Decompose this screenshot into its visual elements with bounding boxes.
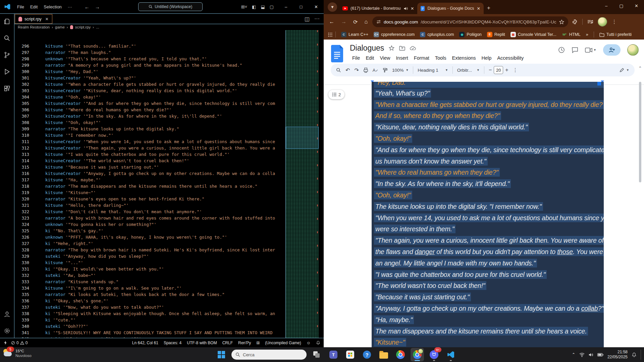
tray-expand-icon[interactable]: ⌃	[572, 352, 575, 357]
hide-menus-icon[interactable]: ⌃	[638, 66, 642, 71]
notification-center-icon[interactable]	[632, 352, 637, 357]
settings-gear-icon[interactable]	[3, 327, 11, 335]
minimap-scrollbar-thumb[interactable]	[286, 127, 319, 149]
start-button[interactable]	[215, 348, 228, 361]
chrome-button[interactable]	[394, 348, 407, 361]
code-line[interactable]: 323 narrator "A boy with brown hair and …	[14, 215, 285, 221]
code-line[interactable]: 324 unknown '"You gonna kiss her or some…	[14, 221, 285, 228]
close-button[interactable]: ✕	[629, 0, 644, 11]
move-folder-icon[interactable]	[399, 46, 405, 51]
code-line[interactable]: 320 narrator "Kitsune's eyes open to see…	[14, 196, 285, 202]
panel-left-icon[interactable]: ◧	[252, 4, 256, 9]
code-line[interactable]: 306 kitsune '"Where do real humans go wh…	[14, 107, 285, 113]
menu-item-edit[interactable]: Edit	[27, 4, 41, 9]
chrome-profile-button[interactable]	[411, 348, 424, 361]
back-icon[interactable]: ←	[329, 19, 334, 25]
eol-sequence[interactable]: CRLF	[222, 341, 233, 345]
breadcrumb-item[interactable]: Realm Restoration	[18, 25, 50, 29]
code-line[interactable]: 331 ki '"Okay. It would\'ve been better …	[14, 266, 285, 272]
close-button[interactable]: ✕	[309, 0, 324, 13]
search-menus-icon[interactable]	[336, 68, 341, 73]
menu-item-···[interactable]: ···	[65, 4, 75, 9]
paint-format-icon[interactable]	[383, 68, 388, 73]
new-tab-button[interactable]: +	[487, 5, 490, 11]
code-line[interactable]: 341 ki '"S-SERIOUSLY!! WHY ARE YOU CONTI…	[14, 329, 285, 336]
code-line[interactable]: 327 ki '"Hehe, right."'	[14, 240, 285, 247]
code-line[interactable]: 314 kitsuneCreator '"The world wasn\'t t…	[14, 158, 285, 164]
split-editor-icon[interactable]: ◫	[305, 16, 310, 22]
vscode-button[interactable]	[444, 348, 458, 361]
version-history-icon[interactable]	[558, 47, 565, 53]
explorer-icon[interactable]	[3, 18, 11, 25]
spell-check-icon[interactable]: A✓	[373, 68, 378, 73]
document-tabs-chip[interactable]: 2	[328, 90, 344, 99]
bookmark-cppreference-com[interactable]: C+cppreference.com	[371, 32, 417, 37]
problems-indicator[interactable]: 0 0	[11, 341, 28, 345]
account-icon[interactable]	[3, 310, 11, 318]
chrome-menu-icon[interactable]: ⋮	[612, 19, 617, 25]
docs-menu-file[interactable]: File	[350, 54, 362, 62]
maximize-button[interactable]: □	[293, 0, 309, 13]
panel-bottom-icon[interactable]: ⬓	[261, 4, 265, 9]
docs-scrollbar[interactable]	[639, 82, 641, 347]
code-line[interactable]: 296 kitsune '"That sounds... familiar."'	[14, 43, 285, 49]
cursor-position[interactable]: Ln 642, Col 61	[132, 341, 158, 345]
code-line[interactable]: 321 kitsune '"Hello, there darling~"'	[14, 202, 285, 208]
tab-close-icon[interactable]: ✕	[477, 6, 480, 11]
docs-scrollbar-thumb[interactable]	[639, 82, 641, 182]
docs-menu-edit[interactable]: Edit	[363, 54, 376, 62]
code-editor[interactable]: 296 kitsune '"That sounds... familiar."'…	[14, 30, 285, 338]
code-line[interactable]: 332 suteki '"Aw, babe~"'	[14, 272, 285, 279]
code-line[interactable]: 333 narrator "Kitsune stands up."	[14, 279, 285, 285]
account-avatar[interactable]	[627, 44, 639, 56]
bookmark--[interactable]: »	[583, 32, 591, 37]
document-title[interactable]: Dialogues	[350, 44, 384, 53]
apps-grid-icon[interactable]	[328, 32, 333, 37]
docs-menu-view[interactable]: View	[377, 54, 392, 62]
renpy-grid-icon[interactable]: ⊞	[256, 341, 260, 345]
remote-indicator-icon[interactable]	[3, 341, 8, 345]
editing-mode-select[interactable]: ▼	[620, 68, 629, 72]
tab-search-chevron-icon[interactable]: ▼	[328, 2, 337, 12]
code-line[interactable]: 319 kitsune '"Kitsune~"'	[14, 189, 285, 196]
workspace-search-box[interactable]: Untitled (Workspace)	[138, 2, 203, 11]
code-line[interactable]: 308 kitsune '"Ooh, okay!"'	[14, 119, 285, 126]
bookmark-replit[interactable]: ⠿Replit	[484, 32, 508, 37]
code-line[interactable]: 301 kitsuneCreator '"Yeah, What\'s up?"'	[14, 75, 285, 81]
code-line[interactable]: 307 kitsuneCreator '"In the sky. As for …	[14, 113, 285, 119]
code-line[interactable]: 329 suteki '"Anyway, how did you two sle…	[14, 253, 285, 259]
tab-script-rpy[interactable]: script.rpy ✕	[15, 14, 52, 24]
game-status[interactable]: (Uncompiled Game)	[265, 341, 301, 345]
battery-icon[interactable]	[597, 353, 603, 357]
code-line[interactable]: 336 ki '"Okay, she\'s gone."'	[14, 298, 285, 304]
source-control-icon[interactable]	[3, 51, 11, 59]
bookmarks-folder-all[interactable]: Tutti i preferiti	[597, 32, 634, 37]
task-view-button[interactable]	[310, 348, 323, 361]
maximize-button[interactable]: ▢	[614, 0, 629, 11]
volume-icon[interactable]	[589, 353, 593, 357]
run-debug-icon[interactable]	[3, 68, 11, 75]
code-line[interactable]: 328 narrator "The boy with brown hair is…	[14, 247, 285, 253]
toolbar-more-icon[interactable]: ⋮	[513, 67, 518, 73]
minimap[interactable]	[285, 30, 319, 338]
tab-close-icon[interactable]: ✕	[411, 6, 414, 11]
bookmark-html[interactable]: W³HTML	[559, 32, 583, 37]
history-back-icon[interactable]: ←	[85, 4, 90, 10]
tab-audio-icon[interactable]	[404, 6, 408, 11]
selection-handle[interactable]	[597, 82, 601, 85]
editor-more-actions-icon[interactable]: ···	[314, 16, 320, 22]
code-line[interactable]: 299 narrator "A memory of a young girl a…	[14, 62, 285, 68]
breadcrumb-item[interactable]: ...	[96, 25, 99, 29]
menu-item-file[interactable]: File	[14, 4, 27, 9]
extensions-puzzle-icon[interactable]	[572, 19, 578, 24]
code-line[interactable]: 298 unknown '"That\'s because when I cre…	[14, 56, 285, 62]
encoding[interactable]: UTF-8 with BOM	[187, 341, 217, 345]
font-size-decrease[interactable]: −	[489, 67, 492, 73]
indentation[interactable]: Spaces: 4	[164, 341, 181, 345]
code-line[interactable]: 318 narrator "The man disappears and the…	[14, 183, 285, 189]
code-line[interactable]: 315 kitsune '"Because it was just starti…	[14, 164, 285, 170]
bookmark-console-virtual-ter-[interactable]: ▦Console Virtual Ter...	[508, 32, 559, 37]
code-line[interactable]: 337 suteki '"Now, what do you want to ta…	[14, 304, 285, 310]
forward-icon[interactable]: →	[341, 19, 346, 25]
wifi-icon[interactable]	[579, 353, 585, 357]
